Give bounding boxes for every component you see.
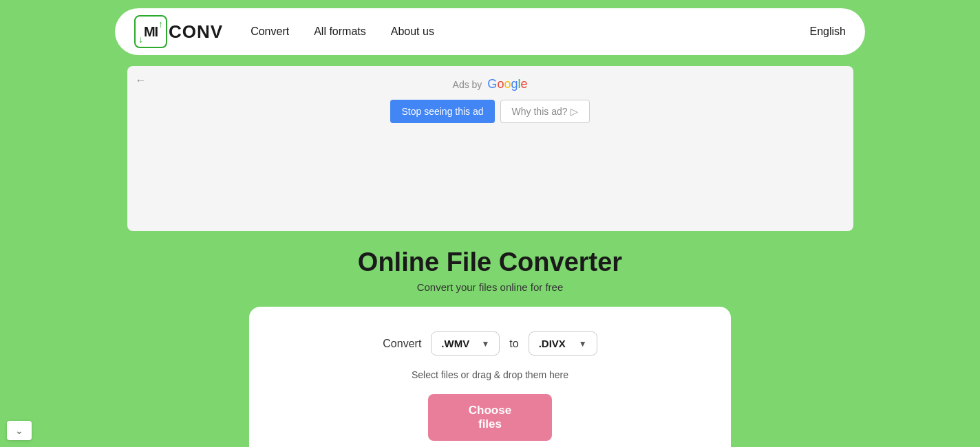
navbar-wrapper: MI ↓ ↑ CONV Convert All formats About us… xyxy=(0,0,980,55)
main-content: Online File Converter Convert your files… xyxy=(0,231,980,447)
nav-all-formats[interactable]: All formats xyxy=(314,25,366,38)
nav-convert[interactable]: Convert xyxy=(251,25,289,38)
ads-by-label: Ads by xyxy=(453,79,482,90)
ad-banner: ← Ads by Google Stop seeing this ad Why … xyxy=(127,66,853,231)
main-title: Online File Converter xyxy=(358,248,622,277)
logo-conv-text: CONV xyxy=(169,21,223,43)
choose-files-button[interactable]: Choose files xyxy=(428,394,552,441)
to-label: to xyxy=(509,338,518,350)
drop-hint: Select files or drag & drop them here xyxy=(412,369,568,380)
ad-back-arrow-icon[interactable]: ← xyxy=(136,74,147,87)
nav-links: Convert All formats About us xyxy=(251,25,809,38)
to-format-select[interactable]: .DIVX ▼ xyxy=(529,331,597,356)
logo-arrow-up-icon: ↑ xyxy=(158,19,163,30)
to-format-chevron-icon: ▼ xyxy=(579,339,587,349)
nav-about[interactable]: About us xyxy=(391,25,434,38)
bottom-chevron-icon: ⌄ xyxy=(15,425,23,436)
logo-arrow-down-icon: ↓ xyxy=(138,34,143,45)
nav-language[interactable]: English xyxy=(810,25,846,38)
ad-wrapper: ← Ads by Google Stop seeing this ad Why … xyxy=(0,55,980,231)
main-subtitle: Convert your files online for free xyxy=(417,281,564,293)
from-format-chevron-icon: ▼ xyxy=(481,339,489,349)
google-logo: Google xyxy=(487,77,527,91)
stop-seeing-ad-button[interactable]: Stop seeing this ad xyxy=(390,100,494,123)
ad-top: Ads by Google xyxy=(141,77,840,91)
converter-row: Convert .WMV ▼ to .DIVX ▼ xyxy=(383,331,597,356)
ad-buttons: Stop seeing this ad Why this ad? ▷ xyxy=(141,100,840,123)
converter-card: Convert .WMV ▼ to .DIVX ▼ Select files o… xyxy=(249,307,731,447)
convert-label: Convert xyxy=(383,338,421,350)
bottom-chevron-button[interactable]: ⌄ xyxy=(7,421,32,440)
why-ad-label: Why this ad? xyxy=(512,106,568,117)
logo[interactable]: MI ↓ ↑ CONV xyxy=(134,15,223,48)
logo-mi-text: MI xyxy=(144,24,158,40)
from-format-value: .WMV xyxy=(441,338,469,349)
why-this-ad-button[interactable]: Why this ad? ▷ xyxy=(500,100,590,123)
logo-icon: MI ↓ ↑ xyxy=(134,15,167,48)
to-format-value: .DIVX xyxy=(539,338,566,349)
navbar: MI ↓ ↑ CONV Convert All formats About us… xyxy=(115,8,865,55)
why-ad-icon: ▷ xyxy=(571,106,578,117)
from-format-select[interactable]: .WMV ▼ xyxy=(431,331,500,356)
